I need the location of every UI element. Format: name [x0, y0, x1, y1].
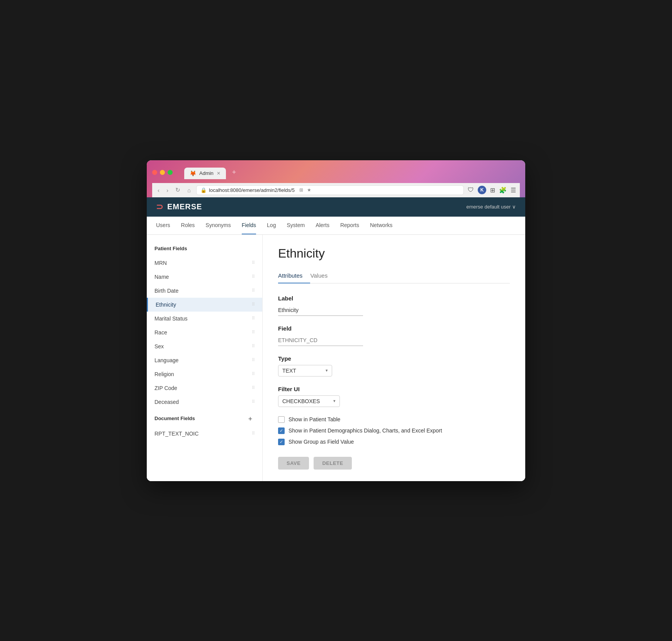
maximize-button[interactable]	[168, 170, 173, 175]
address-bar[interactable]: 🔒 localhost:8080/emerse/admin2/fields/5 …	[196, 185, 464, 195]
nav-fields[interactable]: Fields	[242, 217, 256, 234]
page-title: Ethnicity	[278, 246, 510, 261]
app-nav: Users Roles Synonyms Fields Log System A…	[147, 217, 525, 235]
drag-handle: ⠿	[252, 330, 255, 335]
tab-close-icon[interactable]: ✕	[217, 171, 221, 176]
form-filterui-group: Filter UI CHECKBOXES ▾	[278, 386, 510, 407]
browser-chrome: 🦊 Admin ✕ + ‹ › ↻ ⌂ 🔒 localhost:8080/eme…	[147, 160, 525, 197]
checkbox-show-demographics[interactable]: ✓ Show in Patient Demographics Dialog, C…	[278, 427, 510, 434]
browser-window: 🦊 Admin ✕ + ‹ › ↻ ⌂ 🔒 localhost:8080/eme…	[147, 160, 525, 481]
filter-ui-value: CHECKBOXES	[282, 398, 320, 404]
main-layout: Patient Fields MRN ⠿ Name ⠿ Birth Date ⠿…	[147, 235, 525, 481]
extensions-icon[interactable]: ⊞	[490, 187, 495, 194]
browser-controls: 🦊 Admin ✕ +	[152, 166, 520, 179]
save-button[interactable]: SAVE	[278, 457, 309, 470]
sidebar-item-maritalstatus[interactable]: Marital Status ⠿	[147, 312, 262, 326]
forward-button[interactable]: ›	[165, 186, 170, 194]
nav-log[interactable]: Log	[267, 217, 276, 234]
label-input[interactable]	[278, 305, 363, 316]
drag-handle: ⠿	[252, 385, 255, 390]
chevron-down-icon: ▾	[326, 368, 328, 373]
checkbox-box-demographics[interactable]: ✓	[278, 427, 285, 434]
refresh-button[interactable]: ↻	[174, 186, 182, 194]
drag-handle: ⠿	[252, 371, 255, 376]
nav-networks[interactable]: Networks	[370, 217, 392, 234]
tab-label: Admin	[199, 170, 214, 176]
field-label: Field	[278, 325, 510, 332]
profile-icon[interactable]: K	[478, 186, 486, 194]
field-input[interactable]	[278, 335, 363, 346]
tab-icon: 🦊	[190, 170, 196, 176]
url-display: localhost:8080/emerse/admin2/fields/5	[209, 187, 295, 193]
form-type-group: Type TEXT ▾	[278, 355, 510, 376]
checkbox-label-group: Show Group as Field Value	[288, 439, 354, 445]
content-area: Ethnicity Attributes Values Label Field …	[263, 235, 525, 481]
tab-bar: 🦊 Admin ✕ +	[184, 166, 240, 179]
user-menu[interactable]: emerse default user ∨	[466, 204, 516, 210]
sidebar-item-rpt-text-noic[interactable]: RPT_TEXT_NOIC ⠿	[147, 427, 262, 441]
nav-reports[interactable]: Reports	[340, 217, 359, 234]
chevron-down-icon: ▾	[333, 399, 336, 404]
drag-handle: ⠿	[252, 288, 255, 293]
document-fields-title: Document Fields	[154, 415, 195, 421]
checkboxes-group: Show in Patient Table ✓ Show in Patient …	[278, 416, 510, 445]
drag-handle: ⠿	[252, 260, 255, 265]
tab-values[interactable]: Values	[310, 268, 335, 283]
type-select[interactable]: TEXT ▾	[278, 365, 332, 376]
drag-handle: ⠿	[252, 358, 255, 363]
nav-roles[interactable]: Roles	[181, 217, 195, 234]
sidebar: Patient Fields MRN ⠿ Name ⠿ Birth Date ⠿…	[147, 235, 263, 481]
sidebar-item-sex[interactable]: Sex ⠿	[147, 339, 262, 353]
menu-icon[interactable]: ☰	[511, 187, 516, 194]
sidebar-item-race[interactable]: Race ⠿	[147, 326, 262, 339]
app-header: ⊃ EMERSE emerse default user ∨	[147, 197, 525, 217]
sidebar-item-language[interactable]: Language ⠿	[147, 353, 262, 367]
checkbox-label-demographics: Show in Patient Demographics Dialog, Cha…	[288, 427, 442, 434]
close-button[interactable]	[152, 170, 157, 175]
checkbox-show-patient-table[interactable]: Show in Patient Table	[278, 416, 510, 423]
drag-handle: ⠿	[252, 274, 255, 279]
puzzle-icon[interactable]: 🧩	[499, 187, 507, 194]
nav-system[interactable]: System	[287, 217, 305, 234]
button-row: SAVE DELETE	[278, 457, 510, 470]
checkbox-box-group[interactable]: ✓	[278, 439, 285, 445]
checkbox-box-patient-table[interactable]	[278, 416, 285, 423]
back-button[interactable]: ‹	[156, 186, 161, 194]
new-tab-button[interactable]: +	[228, 166, 240, 179]
sidebar-item-zipcode[interactable]: ZIP Code ⠿	[147, 381, 262, 395]
tab-attributes[interactable]: Attributes	[278, 268, 310, 283]
drag-handle: ⠿	[252, 302, 255, 307]
home-button[interactable]: ⌂	[186, 186, 192, 194]
filter-ui-label: Filter UI	[278, 386, 510, 392]
filter-ui-select[interactable]: CHECKBOXES ▾	[278, 395, 340, 407]
drag-handle: ⠿	[252, 316, 255, 321]
address-bar-row: ‹ › ↻ ⌂ 🔒 localhost:8080/emerse/admin2/f…	[152, 183, 520, 197]
nav-synonyms[interactable]: Synonyms	[205, 217, 231, 234]
add-document-field-button[interactable]: +	[246, 415, 255, 424]
browser-tab[interactable]: 🦊 Admin ✕	[184, 168, 226, 179]
patient-fields-title: Patient Fields	[147, 242, 262, 254]
nav-users[interactable]: Users	[156, 217, 170, 234]
drag-handle: ⠿	[252, 431, 255, 436]
sidebar-item-mrn[interactable]: MRN ⠿	[147, 256, 262, 270]
logo-icon: ⊃	[156, 202, 163, 212]
delete-button[interactable]: DELETE	[314, 457, 351, 470]
nav-alerts[interactable]: Alerts	[316, 217, 329, 234]
type-label: Type	[278, 355, 510, 362]
sidebar-item-ethnicity[interactable]: Ethnicity ⠿	[147, 298, 262, 312]
app-name: EMERSE	[167, 202, 202, 211]
sidebar-item-name[interactable]: Name ⠿	[147, 270, 262, 284]
form-label-group: Label	[278, 295, 510, 316]
minimize-button[interactable]	[160, 170, 165, 175]
checkbox-show-group[interactable]: ✓ Show Group as Field Value	[278, 439, 510, 445]
sidebar-item-deceased[interactable]: Deceased ⠿	[147, 395, 262, 409]
app-logo: ⊃ EMERSE	[156, 202, 202, 212]
sidebar-item-religion[interactable]: Religion ⠿	[147, 367, 262, 381]
form-field-group: Field	[278, 325, 510, 346]
toolbar-icons: 🛡 K ⊞ 🧩 ☰	[468, 186, 516, 194]
type-value: TEXT	[282, 368, 296, 374]
label-field-label: Label	[278, 295, 510, 302]
traffic-lights	[152, 170, 173, 175]
checkbox-label-patient-table: Show in Patient Table	[288, 416, 340, 422]
sidebar-item-birthdate[interactable]: Birth Date ⠿	[147, 284, 262, 298]
